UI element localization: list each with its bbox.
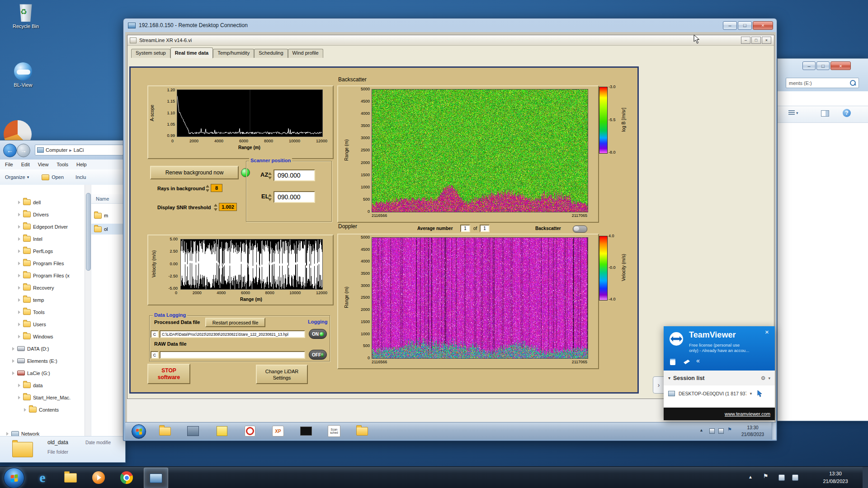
expander-icon[interactable]: [17, 298, 22, 302]
remote-tray-chevron-icon[interactable]: ▲: [699, 428, 703, 432]
gear-dropdown-icon[interactable]: ▾: [768, 376, 770, 380]
remote-taskbar-icon-folder[interactable]: [353, 424, 371, 438]
breadcrumb-root[interactable]: Computer: [46, 147, 67, 153]
tree-item[interactable]: Drivers: [0, 208, 85, 221]
remote-clock[interactable]: 13:3021/08/2023: [736, 424, 769, 438]
renew-background-button[interactable]: Renew background now: [150, 166, 239, 179]
tab-system-setup[interactable]: System setup: [131, 49, 170, 58]
vi-close-button[interactable]: ×: [762, 37, 771, 44]
view-button[interactable]: ▾: [788, 110, 798, 115]
menu-help[interactable]: Help: [76, 162, 87, 167]
host-clock[interactable]: 13:30 21/08/2023: [814, 470, 857, 485]
tree-item[interactable]: DATA (D:): [0, 343, 85, 355]
desktop-icon-bl-view[interactable]: BL-View: [5, 62, 41, 88]
menu-edit[interactable]: Edit: [21, 162, 30, 167]
teamviewer-chevron-tab[interactable]: ›: [653, 376, 664, 394]
expander-icon[interactable]: [17, 395, 22, 400]
help-button[interactable]: ?: [843, 109, 851, 117]
expander-icon[interactable]: [17, 249, 22, 253]
expander-icon[interactable]: [17, 286, 22, 290]
raw-path-field[interactable]: [160, 351, 305, 359]
tree-item[interactable]: LaCie (G:): [0, 367, 85, 379]
expander-icon[interactable]: [5, 432, 10, 436]
brush-icon[interactable]: [684, 360, 690, 364]
expander-icon[interactable]: [17, 225, 22, 229]
search-box[interactable]: ments (E:): [786, 78, 859, 88]
tree-item[interactable]: Intel: [0, 233, 85, 245]
taskbar-icon-rdp-active[interactable]: [144, 468, 168, 488]
tree-item[interactable]: Start_Here_Mac.: [0, 391, 85, 404]
list-item[interactable]: m: [91, 210, 108, 221]
tab-real-time-data[interactable]: Real time data: [170, 47, 213, 58]
remote-taskbar-icon-notes[interactable]: [213, 424, 231, 438]
teamviewer-close-button[interactable]: ×: [765, 328, 769, 336]
rdp-minimize-button[interactable]: –: [723, 21, 737, 30]
taskbar-icon-explorer[interactable]: [61, 469, 80, 487]
expander-icon[interactable]: [11, 371, 16, 375]
menu-file[interactable]: File: [5, 162, 13, 167]
remote-tray-flag-icon[interactable]: ⚑: [727, 427, 732, 432]
breadcrumb[interactable]: Computer ▸ LaCi: [35, 145, 123, 155]
remote-taskbar-icon-scan-sched[interactable]: Scansched: [325, 424, 343, 438]
tree-item[interactable]: Contents: [0, 404, 85, 416]
preview-pane-icon[interactable]: [821, 110, 829, 117]
rays-spinner[interactable]: [206, 184, 210, 192]
forward-button[interactable]: →: [17, 144, 30, 157]
tray-flag-icon[interactable]: ⚑: [763, 473, 769, 479]
list-item[interactable]: ol: [91, 224, 125, 235]
el-spinner[interactable]: [268, 193, 272, 202]
az-value[interactable]: 090.000: [274, 169, 315, 181]
vi-minimize-button[interactable]: –: [741, 37, 750, 44]
tree-item[interactable]: PerfLogs: [0, 245, 85, 257]
tab-wind-profile[interactable]: Wind profile: [288, 49, 323, 58]
tree-item[interactable]: data: [0, 379, 85, 391]
tray-volume-icon[interactable]: [778, 474, 785, 481]
teamviewer-link[interactable]: www.teamviewer.com: [725, 411, 770, 417]
session-entry[interactable]: DESKTOP-OE0QDVI (1 817 937 ▼: [664, 385, 775, 402]
rdp-maximize-button[interactable]: □: [738, 21, 752, 30]
show-desktop-button[interactable]: [863, 467, 868, 488]
taskbar-icon-internet-explorer[interactable]: e: [33, 469, 52, 487]
include-button[interactable]: Inclu: [75, 174, 86, 180]
expander-icon[interactable]: [17, 310, 22, 314]
taskbar-icon-media-player[interactable]: [89, 469, 108, 487]
remote-tray-volume-icon[interactable]: [709, 428, 715, 434]
tree-item[interactable]: Network: [0, 427, 85, 436]
clipboard-icon[interactable]: [670, 359, 675, 365]
snr-spinner[interactable]: [214, 203, 218, 211]
tree-item[interactable]: dell: [0, 196, 85, 208]
connect-cursor-icon[interactable]: [757, 390, 763, 397]
tree-item[interactable]: Program Files (x: [0, 269, 85, 282]
expander-icon[interactable]: [11, 347, 16, 351]
tree-item[interactable]: Tools: [0, 306, 85, 318]
expander-icon[interactable]: [11, 359, 16, 363]
collapse-arrows-icon[interactable]: «: [696, 357, 700, 364]
expander-icon[interactable]: [17, 200, 22, 205]
maximize-button[interactable]: □: [816, 61, 830, 70]
expander-icon[interactable]: [17, 237, 22, 241]
expander-icon[interactable]: [17, 212, 22, 217]
expander-icon[interactable]: [17, 261, 22, 266]
el-value[interactable]: 090.000: [274, 191, 315, 203]
processed-drive-button[interactable]: C: [151, 330, 159, 338]
scrollbar-thumb[interactable]: [86, 193, 91, 271]
tree-item[interactable]: Program Files: [0, 257, 85, 269]
average-number-value[interactable]: 1: [460, 225, 470, 232]
expander-icon[interactable]: [17, 334, 22, 339]
remote-tray-network-icon[interactable]: [718, 428, 724, 434]
remote-taskbar-icon-app[interactable]: [184, 424, 202, 438]
vi-maximize-button[interactable]: □: [751, 37, 761, 44]
raw-drive-button[interactable]: C: [151, 351, 159, 359]
tray-network-icon[interactable]: [792, 474, 798, 481]
snr-value[interactable]: 1.002: [219, 203, 237, 211]
tab-scheduling[interactable]: Scheduling: [254, 49, 288, 58]
expander-icon[interactable]: [17, 322, 22, 327]
tree-item[interactable]: Windows: [0, 330, 85, 343]
rays-value[interactable]: 8: [211, 184, 222, 192]
processed-path-field[interactable]: C:\LiDAR\Data\Proc\2023\202308\20230821\…: [160, 330, 305, 338]
expander-icon[interactable]: [23, 408, 28, 412]
tree-item[interactable]: temp: [0, 294, 85, 306]
expander-icon[interactable]: [17, 273, 22, 278]
entry-dropdown-icon[interactable]: ▼: [749, 392, 753, 396]
remote-taskbar-icon-xp[interactable]: XP: [269, 424, 287, 438]
